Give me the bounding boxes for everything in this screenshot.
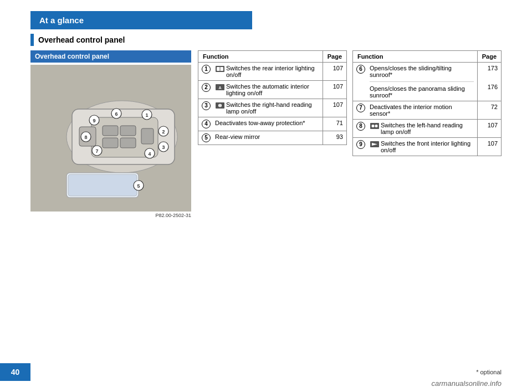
function-text: Switches the left-hand reading lamp on/o…: [381, 122, 474, 135]
image-label: Overhead control panel: [30, 50, 191, 63]
row-num: 1: [202, 65, 211, 74]
row-num: 5: [202, 133, 211, 142]
table-row: 8 Switches the left-hand reading lamp on…: [353, 120, 502, 138]
page-num: 107: [323, 99, 346, 117]
section-bar-accent: [30, 34, 34, 46]
svg-text:A: A: [218, 86, 221, 90]
section-header: At a glance: [30, 11, 252, 29]
overhead-panel-image: 1 2 3 4 5 6: [30, 65, 191, 212]
image-caption: P82.00-2502-31: [30, 212, 191, 218]
col-page-left: Page: [323, 51, 346, 63]
svg-rect-7: [120, 138, 136, 148]
svg-text:4: 4: [148, 151, 151, 157]
function-table-right: Function Page 6 Opens/closes the sliding…: [352, 50, 502, 156]
svg-text:5: 5: [137, 183, 140, 189]
icon-auto-light: A: [215, 84, 225, 91]
svg-text:2: 2: [162, 129, 165, 135]
page-number: 40: [0, 363, 30, 381]
svg-point-39: [372, 125, 375, 127]
icon-rear-light: [215, 65, 225, 73]
image-panel: Overhead control panel: [30, 50, 191, 218]
page-num: 107: [477, 138, 501, 156]
svg-text:3: 3: [162, 145, 165, 150]
table-row: 7 Deactivates the interior motion sensor…: [353, 101, 502, 120]
page-num: 71: [323, 117, 346, 131]
row-num: 4: [202, 120, 211, 128]
row-num: 9: [356, 140, 365, 149]
table-row: 9 Switches the front interior lighting o…: [353, 138, 502, 156]
row-num: 2: [202, 83, 211, 92]
function-text: Deactivates the interior motion sensor*: [370, 104, 452, 117]
svg-text:7: 7: [95, 148, 98, 154]
function-text: Switches the right-hand reading lamp on/…: [226, 101, 319, 115]
table-row: 1 Switches the rear inte­rior lightin: [198, 63, 347, 81]
table-row: 6 Opens/closes the sliding/tilting sunro…: [353, 63, 502, 101]
function-table-left: Function Page 1: [198, 50, 347, 145]
svg-rect-4: [103, 126, 118, 136]
table-row: 4 Deactivates tow-away pro­tection* 71: [198, 117, 347, 131]
table-row: 3 Switches the right-hand reading lamp o…: [198, 99, 347, 117]
function-text: Opens/closes the sliding/tilting sunroof…: [370, 65, 474, 78]
col-function-left: Function: [198, 51, 323, 63]
function-text-extra: Opens/closes the pano­rama sliding sunro…: [370, 81, 474, 99]
page-num: 107: [323, 81, 346, 99]
col-function-right: Function: [353, 51, 478, 63]
icon-reading-lamp-right: [215, 102, 225, 109]
svg-text:1: 1: [145, 112, 148, 118]
function-text: Deactivates tow-away pro­tection*: [215, 120, 305, 126]
icon-front-light: [370, 141, 380, 148]
row-num: 6: [356, 65, 365, 74]
svg-text:9: 9: [93, 118, 95, 123]
function-text: Switches the front interior lighting on/…: [381, 140, 474, 153]
watermark: carmanualsonline.info: [432, 379, 502, 388]
page-num: 173 176: [477, 63, 501, 101]
page-num: 93: [323, 131, 346, 145]
col-page-right: Page: [477, 51, 501, 63]
footer-optional-note: * optional: [476, 369, 502, 375]
main-content: Overhead control panel Overhead control …: [30, 29, 502, 218]
function-text: Rear-view mirror: [215, 133, 260, 140]
function-text: Switches the auto­matic interior lightin…: [226, 83, 319, 96]
svg-rect-6: [103, 138, 118, 148]
svg-rect-8: [141, 128, 154, 144]
table-row: 5 Rear-view mirror 93: [198, 131, 347, 145]
svg-point-40: [375, 125, 378, 127]
function-text: Switches the rear inte­rior lighting on/…: [226, 65, 319, 78]
svg-rect-11: [68, 174, 137, 196]
svg-rect-38: [370, 123, 379, 129]
row-num: 7: [356, 104, 365, 112]
page-num: 72: [477, 101, 501, 120]
section-heading: Overhead control panel: [30, 34, 502, 46]
svg-text:8: 8: [84, 135, 87, 140]
icon-reading-lamp-left: [370, 122, 380, 130]
svg-text:6: 6: [115, 111, 117, 117]
row-num: 3: [202, 101, 211, 110]
header-title: At a glance: [39, 16, 84, 25]
page-num: 107: [323, 63, 346, 81]
row-num: 8: [356, 122, 365, 131]
table-row: 2 A Switches the auto­matic interior lig…: [198, 81, 347, 99]
svg-rect-5: [120, 126, 136, 136]
page-num: 107: [477, 120, 501, 138]
section-title: Overhead control panel: [38, 35, 125, 44]
